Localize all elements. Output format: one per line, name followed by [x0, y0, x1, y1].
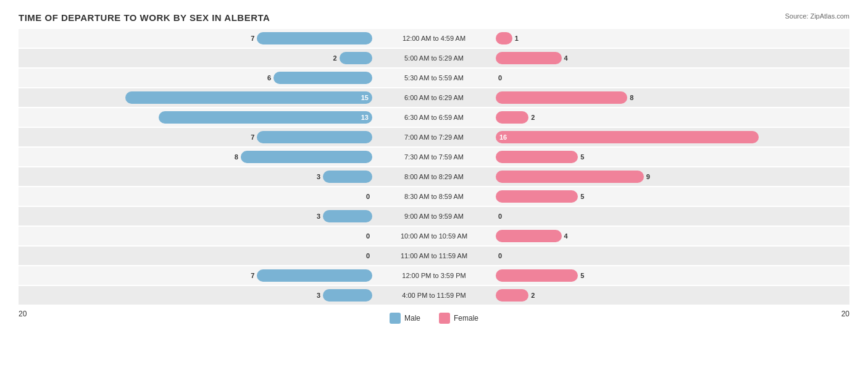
- left-section: 0: [19, 232, 372, 240]
- left-section: 7: [19, 131, 372, 143]
- male-value-outside: 6: [267, 74, 271, 82]
- axis-row: 20 Male Female 20: [19, 307, 849, 326]
- chart-row: 136:30 AM to 6:59 AM2: [19, 108, 849, 127]
- right-section: 2: [496, 111, 849, 124]
- time-label: 6:00 AM to 6:29 AM: [372, 94, 496, 101]
- male-value-outside: 2: [333, 54, 337, 62]
- time-label: 4:00 PM to 11:59 PM: [372, 292, 496, 299]
- male-value-outside: 7: [251, 272, 254, 279]
- bar-female: [496, 289, 528, 302]
- bar-male: 15: [125, 91, 372, 104]
- female-value-outside: 1: [515, 35, 519, 42]
- left-section: 3: [19, 210, 372, 222]
- bar-male: 13: [159, 111, 372, 124]
- right-section: 8: [496, 91, 849, 104]
- legend-female-box: [439, 313, 450, 324]
- source-text: Source: ZipAtlas.com: [785, 12, 849, 20]
- left-section: 7: [19, 269, 372, 282]
- right-section: 0: [496, 252, 849, 259]
- female-value-outside: 5: [580, 272, 584, 279]
- female-value-outside: 2: [531, 114, 535, 121]
- chart-row: 87:30 AM to 7:59 AM5: [19, 148, 849, 166]
- female-value-outside: 4: [564, 232, 568, 240]
- bar-female: [496, 52, 562, 64]
- bar-male: [323, 171, 372, 183]
- axis-left-label: 20: [19, 310, 27, 324]
- female-value-outside: 5: [580, 193, 584, 200]
- left-section: 3: [19, 289, 372, 302]
- time-label: 9:00 AM to 9:59 AM: [372, 213, 496, 220]
- time-label: 10:00 AM to 10:59 AM: [372, 232, 496, 240]
- right-section: 16: [496, 131, 849, 143]
- bar-male: [257, 32, 372, 44]
- male-value-outside: 7: [251, 35, 254, 42]
- legend-male-box: [390, 313, 401, 324]
- bar-female: 16: [496, 131, 759, 143]
- chart-row: 77:00 AM to 7:29 AM16: [19, 128, 849, 146]
- male-value-outside: 3: [317, 213, 320, 220]
- bar-male: [241, 151, 372, 163]
- left-section: 7: [19, 32, 372, 44]
- female-value-zero: 0: [498, 74, 502, 82]
- male-value-inside: 13: [361, 114, 372, 121]
- legend-female: Female: [439, 313, 478, 324]
- chart-row: 39:00 AM to 9:59 AM0: [19, 207, 849, 226]
- legend: Male Female: [390, 313, 478, 324]
- time-label: 5:30 AM to 5:59 AM: [372, 74, 496, 82]
- left-section: 0: [19, 193, 372, 200]
- female-value-zero: 0: [498, 252, 502, 259]
- time-label: 12:00 PM to 3:59 PM: [372, 272, 496, 279]
- legend-male: Male: [390, 313, 420, 324]
- right-section: 4: [496, 52, 849, 64]
- axis-right-label: 20: [841, 310, 849, 324]
- bar-male: [257, 131, 372, 143]
- chart-row: 08:30 AM to 8:59 AM5: [19, 187, 849, 206]
- bar-female: [496, 190, 578, 203]
- male-value-zero: 0: [366, 252, 370, 259]
- chart-row: 65:30 AM to 5:59 AM0: [19, 69, 849, 87]
- bar-male: [323, 289, 372, 302]
- left-section: 8: [19, 151, 372, 163]
- legend-female-label: Female: [454, 314, 478, 323]
- time-label: 12:00 AM to 4:59 AM: [372, 35, 496, 42]
- female-value-inside: 16: [496, 133, 507, 141]
- time-label: 7:30 AM to 7:59 AM: [372, 153, 496, 161]
- female-value-outside: 5: [580, 153, 584, 161]
- chart-row: 011:00 AM to 11:59 AM0: [19, 247, 849, 265]
- female-value-outside: 8: [630, 94, 633, 101]
- right-section: 1: [496, 32, 849, 44]
- bar-female: [496, 111, 528, 124]
- time-label: 7:00 AM to 7:29 AM: [372, 133, 496, 141]
- bar-female: [496, 32, 512, 44]
- right-section: 5: [496, 269, 849, 282]
- time-label: 8:00 AM to 8:29 AM: [372, 173, 496, 180]
- male-value-outside: 8: [235, 153, 238, 161]
- right-section: 9: [496, 171, 849, 183]
- male-value-outside: 3: [317, 173, 320, 180]
- chart-row: 712:00 PM to 3:59 PM5: [19, 266, 849, 285]
- male-value-outside: 3: [317, 292, 320, 299]
- time-label: 5:00 AM to 5:29 AM: [372, 54, 496, 62]
- female-value-outside: 2: [531, 292, 535, 299]
- female-value-outside: 9: [646, 173, 650, 180]
- left-section: 0: [19, 252, 372, 259]
- bar-female: [496, 151, 578, 163]
- time-label: 8:30 AM to 8:59 AM: [372, 193, 496, 200]
- left-section: 3: [19, 171, 372, 183]
- bar-male: [323, 210, 372, 222]
- male-value-inside: 15: [361, 94, 372, 101]
- chart-container: TIME OF DEPARTURE TO WORK BY SEX IN ALBE…: [0, 0, 868, 367]
- bar-male: [273, 72, 372, 84]
- legend-male-label: Male: [404, 314, 420, 323]
- bar-male: [340, 52, 372, 64]
- chart-row: 34:00 PM to 11:59 PM2: [19, 286, 849, 305]
- bar-female: [496, 269, 578, 282]
- chart-row: 156:00 AM to 6:29 AM8: [19, 88, 849, 107]
- chart-row: 712:00 AM to 4:59 AM1: [19, 29, 849, 48]
- bar-male: [257, 269, 372, 282]
- chart-title: TIME OF DEPARTURE TO WORK BY SEX IN ALBE…: [19, 12, 849, 23]
- chart-row: 25:00 AM to 5:29 AM4: [19, 49, 849, 67]
- bar-female: [496, 230, 562, 242]
- rows-container: 712:00 AM to 4:59 AM125:00 AM to 5:29 AM…: [19, 29, 849, 306]
- chart-row: 010:00 AM to 10:59 AM4: [19, 227, 849, 245]
